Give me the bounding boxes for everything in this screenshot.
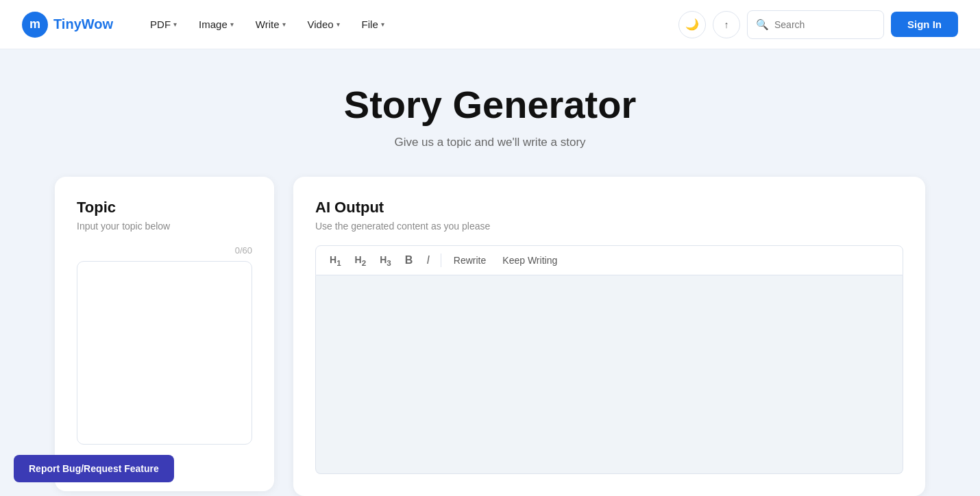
search-box: 🔍 — [747, 10, 884, 39]
ai-output-title: AI Output — [315, 199, 903, 216]
main-content: Story Generator Give us a topic and we'l… — [0, 49, 980, 496]
nav-item-pdf[interactable]: PDF ▾ — [140, 13, 186, 36]
h2-button[interactable]: H2 — [350, 251, 372, 270]
char-count: 0/60 — [77, 245, 252, 256]
chevron-icon: ▾ — [336, 21, 340, 28]
cards-row: Topic Input your topic below 0/60 Paragr… — [55, 177, 925, 496]
logo[interactable]: m TinyWow — [22, 12, 113, 38]
report-bug-button[interactable]: Report Bug/Request Feature — [14, 455, 174, 482]
nav-links: PDF ▾ Image ▾ Write ▾ Video ▾ File ▾ — [140, 13, 678, 36]
topic-card: Topic Input your topic below 0/60 Paragr… — [55, 177, 274, 491]
nav-item-file[interactable]: File ▾ — [352, 13, 394, 36]
h3-button[interactable]: H3 — [374, 251, 397, 270]
chevron-icon: ▾ — [381, 21, 384, 28]
editor-area[interactable] — [315, 275, 903, 474]
chevron-icon: ▾ — [230, 21, 234, 28]
signin-button[interactable]: Sign In — [891, 12, 958, 37]
bold-button[interactable]: B — [400, 251, 419, 269]
logo-text: TinyWow — [53, 16, 113, 32]
logo-icon: m — [22, 12, 48, 38]
topic-textarea[interactable] — [77, 261, 252, 445]
editor-toolbar: H1 H2 H3 B I Rewrite K — [315, 245, 903, 276]
nav-item-write[interactable]: Write ▾ — [246, 13, 295, 36]
dark-mode-button[interactable]: 🌙 — [678, 11, 706, 38]
ai-output-card: AI Output Use the generated content as y… — [293, 177, 925, 496]
moon-icon: 🌙 — [685, 18, 699, 31]
page-header: Story Generator Give us a topic and we'l… — [55, 84, 925, 149]
topic-card-subtitle: Input your topic below — [77, 221, 252, 232]
toolbar-separator — [441, 253, 441, 267]
search-icon: 🔍 — [756, 18, 769, 31]
nav-item-image[interactable]: Image ▾ — [189, 13, 243, 36]
share-icon: ↑ — [724, 19, 729, 30]
nav-right: 🌙 ↑ 🔍 Sign In — [678, 10, 958, 39]
page-subtitle: Give us a topic and we'll write a story — [55, 136, 925, 149]
nav-item-video[interactable]: Video ▾ — [298, 13, 350, 36]
italic-button[interactable]: I — [421, 251, 434, 269]
chevron-icon: ▾ — [173, 21, 177, 28]
rewrite-button[interactable]: Rewrite — [447, 252, 493, 269]
ai-output-subtitle: Use the generated content as you please — [315, 221, 903, 232]
keep-writing-button[interactable]: Keep Writing — [495, 252, 564, 269]
topic-card-title: Topic — [77, 199, 252, 216]
share-button[interactable]: ↑ — [713, 11, 740, 38]
h1-button[interactable]: H1 — [324, 251, 347, 270]
chevron-icon: ▾ — [282, 21, 286, 28]
search-input[interactable] — [774, 19, 870, 30]
page-title: Story Generator — [55, 84, 925, 126]
navbar: m TinyWow PDF ▾ Image ▾ Write ▾ Video ▾ … — [0, 0, 980, 49]
